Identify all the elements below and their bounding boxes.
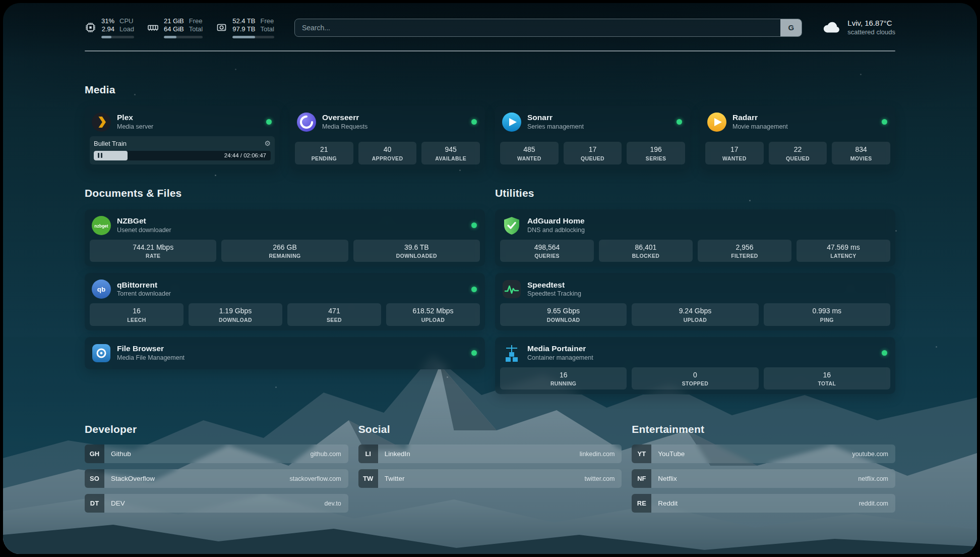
stat-label: LATENCY [799, 253, 888, 259]
bookmark-url: youtube.com [852, 451, 888, 458]
bookmark-url: stackoverflow.com [290, 475, 341, 482]
stat-label: QUEUED [566, 155, 620, 161]
now-playing-row: Bullet Train ⚙ [94, 140, 271, 147]
section-title-documents: Documents & Files [85, 187, 485, 199]
bookmark-twitter[interactable]: TW Twitter twitter.com [358, 469, 622, 488]
service-card-radarr[interactable]: Radarr Movie management 17 WANTED 22 QUE… [700, 106, 895, 169]
card-header: Overseerr Media Requests [295, 110, 480, 136]
stat-box: 16 TOTAL [764, 367, 890, 390]
memory-progress-bar [164, 36, 203, 38]
stat-box: 21 PENDING [295, 142, 353, 164]
service-meta: Speedtest Speedtest Tracking [527, 281, 581, 298]
memory-icon [147, 22, 159, 33]
stat-label: QUEUED [771, 155, 825, 161]
bookmark-name: Twitter [385, 475, 405, 482]
stat-box: 485 WANTED [500, 142, 559, 164]
service-name: Plex [117, 113, 153, 123]
search-input[interactable] [294, 19, 802, 37]
nzbget-icon: nzbget [92, 216, 111, 235]
service-meta: NZBGet Usenet downloader [117, 216, 171, 234]
qbittorrent-icon: qb [92, 280, 111, 299]
stat-value: 86,401 [601, 243, 691, 252]
bookmark-url: github.com [311, 451, 341, 458]
stat-box: 834 MOVIES [832, 142, 890, 164]
stat-value: 16 [502, 371, 625, 380]
playback-progress-bar[interactable]: 24:44 / 02:06:47 [94, 151, 271, 160]
stat-value: 16 [766, 371, 888, 380]
stats-row: 17 WANTED 22 QUEUED 834 MOVIES [705, 142, 890, 164]
service-card-adguard[interactable]: AdGuard Home DNS and adblocking 498,564 … [495, 209, 895, 267]
bookmark-dev[interactable]: DT DEV dev.to [85, 494, 348, 513]
service-subtitle: Movie management [732, 123, 788, 131]
stat-box: 945 AVAILABLE [421, 142, 480, 164]
service-card-speedtest[interactable]: Speedtest Speedtest Tracking 9.65 Gbps D… [495, 273, 895, 330]
cpu-progress-fill [101, 36, 111, 38]
service-card-qbittorrent[interactable]: qb qBittorrent Torrent downloader 16 LEE… [85, 273, 485, 330]
section-title-developer: Developer [85, 423, 348, 435]
memory-monitor-body: 21 GiB 64 GiB Free Total [164, 17, 203, 38]
bookmark-youtube[interactable]: YT YouTube youtube.com [632, 444, 895, 463]
stat-label: DOWNLOAD [502, 317, 625, 323]
stat-label: BLOCKED [601, 253, 691, 259]
weather-widget: Lviv, 16.87°C scattered clouds [822, 19, 895, 36]
status-indicator [471, 287, 477, 292]
bookmark-url: linkedin.com [580, 451, 615, 458]
stat-value: 471 [289, 307, 379, 316]
pause-icon[interactable] [98, 153, 102, 158]
service-name: NZBGet [117, 216, 171, 226]
service-subtitle: Media server [117, 123, 153, 131]
bookmark-linkedin[interactable]: LI LinkedIn linkedin.com [358, 444, 622, 463]
service-name: Media Portainer [527, 344, 593, 354]
service-card-nzbget[interactable]: nzbget NZBGet Usenet downloader 744.21 M… [85, 209, 485, 267]
stats-row: 16 LEECH 1.19 Gbps DOWNLOAD 471 SEED 6 [90, 303, 480, 326]
stat-box: 86,401 BLOCKED [599, 240, 693, 262]
disk-total-value: 97.9 TB [232, 25, 255, 33]
settings-gear-icon[interactable]: ⚙ [264, 140, 271, 147]
service-card-portainer[interactable]: Media Portainer Container management 16 … [495, 337, 895, 395]
stat-label: QUERIES [502, 253, 592, 259]
service-card-plex[interactable]: Plex Media server Bullet Train ⚙ 24:44 /… [85, 106, 280, 169]
stat-label: DOWNLOAD [191, 317, 280, 323]
stat-box: 9.65 Gbps DOWNLOAD [500, 303, 627, 326]
cpu-label-bottom: Load [119, 25, 134, 33]
service-card-filebrowser[interactable]: File Browser Media File Management [85, 337, 485, 369]
bookmark-abbr-tile: NF [632, 469, 651, 488]
service-card-overseerr[interactable]: Overseerr Media Requests 21 PENDING 40 A… [290, 106, 485, 169]
service-meta: qBittorrent Torrent downloader [117, 281, 171, 298]
bookmark-github[interactable]: GH Github github.com [85, 444, 348, 463]
bookmark-reddit[interactable]: RE Reddit reddit.com [632, 494, 895, 513]
card-header: AdGuard Home DNS and adblocking [500, 214, 890, 240]
service-meta: Media Portainer Container management [527, 344, 593, 362]
service-card-sonarr[interactable]: Sonarr Series management 485 WANTED 17 Q… [495, 106, 690, 169]
speedtest-waveform-icon [502, 280, 521, 299]
bookmark-netflix[interactable]: NF Netflix netflix.com [632, 469, 895, 488]
stat-label: DOWNLOADED [355, 253, 478, 259]
memory-monitor-widget: 21 GiB 64 GiB Free Total [147, 17, 203, 38]
stat-box: 9.24 Gbps UPLOAD [632, 303, 758, 326]
stat-box: 22 QUEUED [769, 142, 827, 164]
bookmark-name: Github [111, 450, 131, 458]
two-column-section: Documents & Files nzbget NZBGet Usenet d [85, 187, 895, 395]
stat-label: MOVIES [834, 155, 888, 161]
card-header: Plex Media server [90, 110, 275, 136]
stats-row: 498,564 QUERIES 86,401 BLOCKED 2,956 FIL… [500, 240, 890, 262]
section-title-utilities: Utilities [495, 187, 895, 199]
bookmark-abbr-tile: GH [85, 444, 104, 463]
section-title-entertainment: Entertainment [632, 423, 895, 435]
search-engine-button[interactable]: G [780, 19, 802, 36]
stat-label: AVAILABLE [423, 155, 478, 161]
bookmark-stackoverflow[interactable]: SO StackOverflow stackoverflow.com [85, 469, 348, 488]
bookmark-abbr-tile: RE [632, 494, 651, 513]
service-subtitle: Speedtest Tracking [527, 290, 581, 298]
status-indicator [471, 222, 477, 228]
bookmark-url: dev.to [325, 500, 341, 507]
stat-value: 0 [634, 371, 756, 380]
service-name: Overseerr [322, 113, 368, 123]
stat-box: 0.993 ms PING [764, 303, 890, 326]
topbar-divider [85, 50, 895, 51]
bookmark-name: Netflix [658, 475, 677, 482]
card-header: qb qBittorrent Torrent downloader [90, 277, 480, 303]
service-meta: AdGuard Home DNS and adblocking [527, 216, 585, 234]
stat-label: UPLOAD [634, 317, 756, 323]
service-subtitle: Usenet downloader [117, 227, 171, 235]
